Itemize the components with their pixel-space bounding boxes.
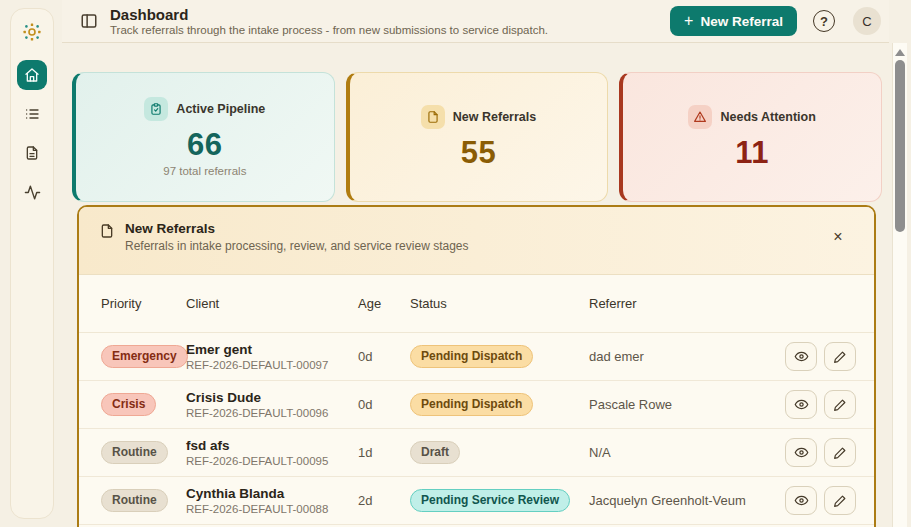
table-row[interactable]: Routine fsd afs REF-2026-DEFAULT-00095 1… <box>79 429 874 477</box>
sidebar <box>10 8 54 519</box>
view-button[interactable] <box>785 486 817 515</box>
panel-subtitle: Referrals in intake processing, review, … <box>125 238 469 254</box>
edit-button[interactable] <box>824 486 856 515</box>
status-badge: Pending Service Review <box>410 489 570 512</box>
avatar-initial: C <box>862 14 871 29</box>
stat-label: New Referrals <box>453 110 536 124</box>
pencil-icon <box>833 398 847 412</box>
stat-card-needs-attention[interactable]: Needs Attention 11 <box>619 72 882 202</box>
page-subtitle: Track referrals through the intake proce… <box>110 23 548 37</box>
referrer-cell: N/A <box>589 445 760 460</box>
document-icon <box>24 145 40 161</box>
stat-value: 55 <box>461 136 496 170</box>
pencil-icon <box>833 446 847 460</box>
referrer-cell: dad emer <box>589 349 760 364</box>
status-badge: Pending Dispatch <box>410 393 533 416</box>
column-header-referrer: Referrer <box>589 296 760 311</box>
referrer-cell: Jacquelyn Greenholt-Veum <box>589 493 760 508</box>
priority-badge: Emergency <box>101 345 188 368</box>
new-referrals-panel: New Referrals Referrals in intake proces… <box>77 205 876 527</box>
eye-icon <box>794 493 809 508</box>
view-button[interactable] <box>785 342 817 371</box>
sidebar-item-home[interactable] <box>17 60 47 90</box>
top-bar: Dashboard Track referrals through the in… <box>62 0 889 43</box>
stat-cards: Active Pipeline 66 97 total referrals Ne… <box>72 72 882 202</box>
priority-badge: Routine <box>101 489 168 512</box>
column-header-client: Client <box>186 296 358 311</box>
panel-header: New Referrals Referrals in intake proces… <box>79 207 874 275</box>
eye-icon <box>794 445 809 460</box>
client-name: fsd afs <box>186 437 358 454</box>
pencil-icon <box>833 494 847 508</box>
scroll-up-icon[interactable] <box>895 49 905 56</box>
eye-icon <box>794 397 809 412</box>
client-name: Cynthia Blanda <box>186 485 358 502</box>
table-row[interactable]: Crisis Crisis Dude REF-2026-DEFAULT-0009… <box>79 381 874 429</box>
eye-icon <box>794 349 809 364</box>
sidebar-toggle-button[interactable] <box>78 10 100 32</box>
panel-toggle-icon <box>80 12 98 30</box>
sidebar-item-documents[interactable] <box>17 138 47 168</box>
edit-button[interactable] <box>824 390 856 419</box>
pencil-icon <box>833 350 847 364</box>
column-header-status: Status <box>410 296 589 311</box>
avatar[interactable]: C <box>853 7 881 35</box>
edit-button[interactable] <box>824 438 856 467</box>
question-mark-icon: ? <box>820 14 828 29</box>
app-logo-icon <box>22 22 42 42</box>
stat-value: 11 <box>735 136 769 170</box>
priority-badge: Routine <box>101 441 168 464</box>
alert-triangle-icon <box>688 105 712 129</box>
client-name: Emer gent <box>186 341 358 358</box>
scrollbar-thumb[interactable] <box>895 60 905 232</box>
client-ref: REF-2026-DEFAULT-00097 <box>186 358 358 373</box>
view-button[interactable] <box>785 390 817 419</box>
client-name: Crisis Dude <box>186 389 358 406</box>
page-title: Dashboard <box>110 6 548 23</box>
table-row[interactable]: Emergency Emer gent REF-2026-DEFAULT-000… <box>79 333 874 381</box>
client-ref: REF-2026-DEFAULT-00096 <box>186 406 358 421</box>
column-header-priority: Priority <box>101 296 186 311</box>
stat-card-new-referrals[interactable]: New Referrals 55 <box>346 72 609 202</box>
stat-card-active-pipeline[interactable]: Active Pipeline 66 97 total referrals <box>72 72 335 202</box>
file-icon <box>99 223 115 239</box>
plus-icon: + <box>684 13 693 29</box>
status-badge: Draft <box>410 441 460 464</box>
file-icon <box>421 105 445 129</box>
table-row[interactable]: Routine Cynthia Blanda REF-2026-DEFAULT-… <box>79 477 874 525</box>
new-referral-label: New Referral <box>700 14 783 29</box>
new-referral-button[interactable]: + New Referral <box>670 6 797 36</box>
table-header: Priority Client Age Status Referrer <box>79 275 874 333</box>
stat-sub: 97 total referrals <box>163 165 246 177</box>
stat-label: Needs Attention <box>720 110 815 124</box>
client-ref: REF-2026-DEFAULT-00095 <box>186 454 358 469</box>
age-cell: 0d <box>358 349 410 364</box>
priority-badge: Crisis <box>101 393 156 416</box>
age-cell: 2d <box>358 493 410 508</box>
stat-label: Active Pipeline <box>176 102 265 116</box>
stat-value: 66 <box>187 128 222 162</box>
clipboard-check-icon <box>144 97 168 121</box>
referrer-cell: Pascale Rowe <box>589 397 760 412</box>
list-icon <box>24 106 40 122</box>
help-button[interactable]: ? <box>813 10 835 32</box>
edit-button[interactable] <box>824 342 856 371</box>
column-header-age: Age <box>358 296 410 311</box>
age-cell: 1d <box>358 445 410 460</box>
activity-icon <box>24 184 41 201</box>
sidebar-item-referrals[interactable] <box>17 99 47 129</box>
home-icon <box>24 67 40 83</box>
sidebar-item-activity[interactable] <box>17 177 47 207</box>
close-icon[interactable]: × <box>828 227 848 247</box>
vertical-scrollbar[interactable] <box>892 43 907 527</box>
status-badge: Pending Dispatch <box>410 345 533 368</box>
client-ref: REF-2026-DEFAULT-00088 <box>186 502 358 517</box>
view-button[interactable] <box>785 438 817 467</box>
panel-title: New Referrals <box>125 220 469 238</box>
main-content: Active Pipeline 66 97 total referrals Ne… <box>72 50 882 527</box>
age-cell: 0d <box>358 397 410 412</box>
